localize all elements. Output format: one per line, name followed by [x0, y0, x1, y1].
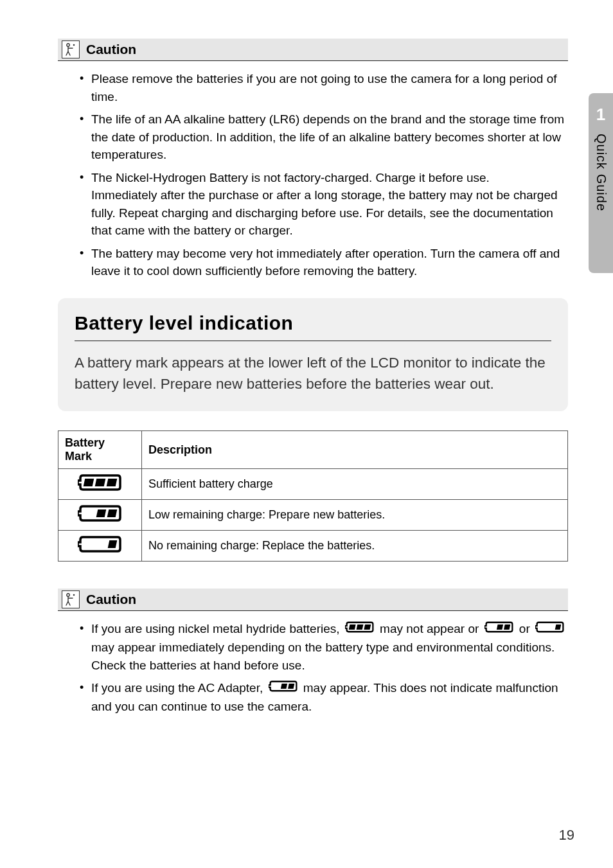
svg-rect-13: [496, 625, 502, 630]
svg-rect-10: [349, 625, 356, 630]
text-fragment: If you are using the AC Adapter,: [91, 681, 267, 695]
caution-list-1: Please remove the batteries if you are n…: [58, 70, 568, 280]
svg-point-0: [67, 44, 69, 46]
caution-icon: [62, 590, 80, 608]
svg-point-9: [73, 594, 75, 596]
svg-point-1: [73, 44, 75, 46]
battery-full-icon: [58, 469, 142, 500]
chapter-number: 1: [596, 105, 605, 125]
caution-item: The battery may become very hot immediat…: [80, 245, 568, 280]
svg-point-8: [67, 594, 69, 596]
battery-full-icon: [345, 621, 375, 639]
battery-table: Battery Mark Description Sufficient batt…: [58, 430, 568, 562]
svg-rect-16: [280, 684, 287, 689]
battery-low-icon: [58, 500, 142, 531]
text-fragment: may appear immediately depending on the …: [91, 641, 555, 672]
table-cell-desc: No remaining charge: Replace the batteri…: [142, 531, 568, 562]
svg-rect-5: [96, 509, 106, 517]
caution-item: The Nickel-Hydrogen Battery is not facto…: [80, 169, 568, 240]
svg-rect-11: [356, 625, 363, 630]
svg-rect-3: [94, 479, 105, 486]
battery-empty-icon: [535, 621, 565, 639]
table-row: No remaining charge: Replace the batteri…: [58, 531, 568, 562]
caution-icon: [62, 40, 80, 58]
battery-low-icon: [484, 621, 514, 639]
table-row: Low remaining charge: Prepare new batter…: [58, 500, 568, 531]
table-cell-desc: Low remaining charge: Prepare new batter…: [142, 500, 568, 531]
table-header-mark: Battery Mark: [58, 431, 142, 469]
svg-rect-6: [107, 509, 117, 517]
caution-title-2: Caution: [86, 592, 136, 607]
section-body: A battery mark appears at the lower left…: [75, 353, 551, 394]
caution-item: If you are using nickel metal hydride ba…: [80, 620, 568, 674]
section-box: Battery level indication A battery mark …: [58, 298, 568, 411]
table-header-desc: Description: [142, 431, 568, 469]
caution-item: If you are using the AC Adapter, may app…: [80, 679, 568, 715]
table-header-row: Battery Mark Description: [58, 431, 568, 469]
svg-rect-14: [504, 625, 510, 630]
caution-title-1: Caution: [86, 42, 136, 57]
caution-item: The life of an AA alkaline battery (LR6)…: [80, 111, 568, 164]
svg-rect-15: [555, 625, 562, 630]
table-cell-desc: Sufficient battery charge: [142, 469, 568, 500]
battery-empty-icon: [58, 531, 142, 562]
svg-rect-12: [364, 625, 371, 630]
table-row: Sufficient battery charge: [58, 469, 568, 500]
text-fragment: or: [519, 622, 533, 635]
caution-item: Please remove the batteries if you are n…: [80, 70, 568, 105]
svg-rect-4: [106, 479, 117, 486]
svg-rect-7: [107, 540, 117, 548]
svg-rect-2: [83, 479, 94, 486]
caution-header-2: Caution: [58, 589, 568, 611]
chapter-side-tab: 1 Quick Guide: [589, 93, 613, 273]
page-number: 19: [559, 827, 574, 844]
section-heading: Battery level indication: [75, 312, 551, 341]
chapter-title: Quick Guide: [594, 134, 609, 211]
caution-header-1: Caution: [58, 39, 568, 61]
text-fragment: If you are using nickel metal hydride ba…: [91, 622, 343, 635]
text-fragment: may not appear or: [380, 622, 482, 635]
svg-rect-17: [288, 684, 294, 689]
battery-low-icon: [269, 680, 298, 698]
caution-list-2: If you are using nickel metal hydride ba…: [58, 620, 568, 715]
